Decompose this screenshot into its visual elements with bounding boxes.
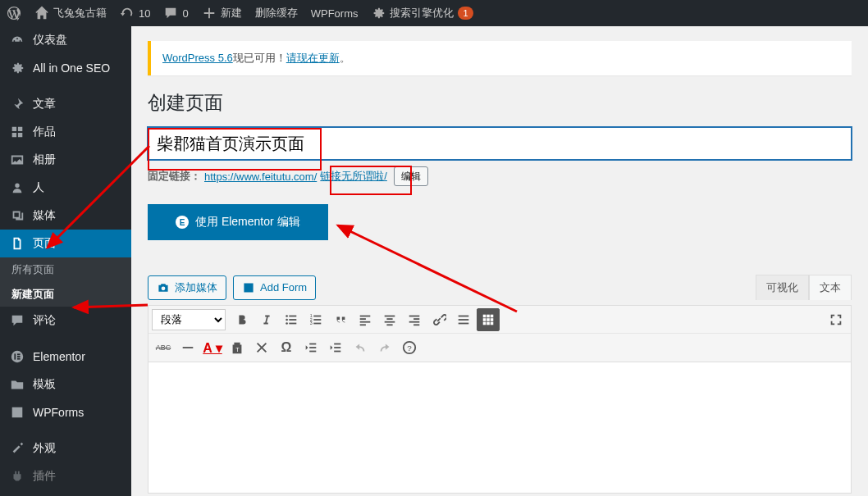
bullet-list-button[interactable]	[280, 308, 303, 331]
comment-icon	[163, 6, 178, 20]
outdent-button[interactable]	[299, 336, 322, 359]
svg-rect-14	[313, 319, 321, 321]
svg-rect-17	[360, 315, 371, 316]
new-label: 新建	[221, 6, 242, 20]
svg-rect-25	[409, 315, 420, 316]
permalink-base[interactable]: https://www.feitutu.com/	[204, 171, 317, 183]
svg-rect-6	[289, 315, 296, 316]
sidebar-item-appearance[interactable]: 外观	[0, 435, 131, 462]
seo-label: 搜索引擎优化	[390, 6, 454, 20]
svg-rect-45	[309, 351, 316, 353]
svg-rect-1	[14, 353, 16, 359]
help-button[interactable]: ?	[398, 336, 421, 359]
svg-rect-23	[385, 321, 395, 322]
kitchen-sink-button[interactable]	[477, 308, 500, 331]
strikethrough-button[interactable]: ABC	[152, 336, 175, 359]
updates-link[interactable]: 10	[113, 0, 157, 26]
sidebar-item-people[interactable]: 人	[0, 174, 131, 202]
svg-rect-40	[491, 321, 494, 325]
svg-rect-46	[334, 344, 340, 345]
sidebar-item-dashboard[interactable]: 仪表盘	[0, 26, 131, 54]
form-icon	[242, 281, 255, 294]
new-content[interactable]: 新建	[195, 0, 249, 26]
permalink-edit-button[interactable]: 编辑	[394, 166, 428, 186]
hr-button[interactable]	[176, 336, 199, 359]
italic-button[interactable]	[255, 308, 278, 331]
sidebar-item-comments[interactable]: 评论	[0, 307, 131, 334]
sidebar-item-wpforms[interactable]: WPForms	[0, 398, 131, 426]
svg-rect-36	[487, 318, 490, 321]
svg-rect-20	[360, 324, 366, 325]
svg-rect-39	[487, 321, 490, 325]
svg-rect-12	[313, 315, 321, 316]
edit-with-elementor-button[interactable]: E 使用 Elementor 编辑	[148, 204, 328, 240]
undo-button[interactable]	[349, 336, 372, 359]
svg-rect-31	[459, 322, 469, 324]
tab-visual[interactable]: 可视化	[756, 275, 809, 300]
svg-point-7	[286, 318, 288, 321]
clear-format-button[interactable]	[250, 336, 273, 359]
page-heading: 创建页面	[148, 90, 852, 116]
sidebar-item-aioseo[interactable]: All in One SEO	[0, 54, 131, 82]
format-select[interactable]: 段落	[152, 309, 226, 330]
permalink-slug[interactable]: 链接无所谓啦/	[320, 169, 387, 184]
wp-logo[interactable]	[0, 0, 28, 26]
page-title-input[interactable]	[148, 127, 852, 160]
sidebar-item-pages[interactable]: 页面	[0, 230, 131, 257]
paste-text-button[interactable]: T	[226, 336, 249, 359]
sidebar-item-templates[interactable]: 模板	[0, 371, 131, 398]
sidebar-item-elementor[interactable]: Elementor	[0, 343, 131, 371]
special-char-button[interactable]: Ω	[275, 336, 298, 359]
site-name[interactable]: 飞兔兔古籍	[28, 0, 113, 26]
svg-rect-37	[491, 318, 494, 321]
svg-rect-30	[459, 319, 469, 321]
sidebar-sub-all-pages[interactable]: 所有页面	[0, 257, 131, 282]
comments-link[interactable]: 0	[157, 0, 194, 26]
sidebar-item-posts[interactable]: 文章	[0, 90, 131, 118]
clear-cache[interactable]: 删除缓存	[249, 0, 304, 26]
svg-text:?: ?	[407, 344, 412, 353]
grid-icon	[10, 125, 25, 139]
update-now-link[interactable]: 请现在更新	[286, 52, 340, 64]
svg-rect-3	[17, 356, 21, 357]
seo-top[interactable]: 搜索引擎优化 1	[364, 0, 479, 26]
media-icon	[10, 208, 25, 223]
sidebar-item-plugins[interactable]: 插件	[0, 462, 131, 490]
comments-count: 0	[182, 7, 188, 20]
link-button[interactable]	[427, 308, 450, 331]
svg-rect-33	[487, 314, 490, 317]
wpforms-top[interactable]: WPForms	[304, 0, 365, 26]
blockquote-button[interactable]	[329, 308, 352, 331]
add-form-button[interactable]: Add Form	[233, 275, 316, 300]
sidebar-sub-new-page[interactable]: 新建页面	[0, 282, 131, 307]
wp-version-link[interactable]: WordPress 5.6	[162, 52, 233, 64]
more-button[interactable]	[452, 308, 475, 331]
svg-rect-28	[413, 324, 419, 325]
svg-rect-34	[491, 314, 494, 317]
seo-badge: 1	[458, 7, 473, 20]
editor-content[interactable]	[148, 362, 852, 494]
content-area: WordPress 5.6现已可用！请现在更新。 创建页面 固定链接： http…	[131, 26, 868, 496]
svg-rect-27	[409, 321, 420, 322]
align-center-button[interactable]	[378, 308, 401, 331]
number-list-button[interactable]: 123	[304, 308, 327, 331]
svg-rect-21	[385, 315, 395, 316]
add-media-button[interactable]: 添加媒体	[148, 275, 226, 300]
svg-rect-43	[309, 344, 316, 345]
svg-rect-2	[17, 353, 21, 355]
bold-button[interactable]	[231, 308, 254, 331]
tab-text[interactable]: 文本	[809, 275, 852, 300]
align-right-button[interactable]	[403, 308, 426, 331]
fullscreen-button[interactable]	[825, 308, 847, 331]
svg-rect-16	[313, 322, 321, 324]
sidebar-item-works[interactable]: 作品	[0, 118, 131, 146]
sidebar-item-albums[interactable]: 相册	[0, 146, 131, 174]
svg-rect-47	[334, 347, 340, 348]
svg-text:3: 3	[310, 321, 313, 325]
redo-button[interactable]	[373, 336, 396, 359]
indent-button[interactable]	[324, 336, 347, 359]
text-color-button[interactable]: A ▾	[201, 336, 224, 359]
svg-rect-4	[17, 358, 21, 360]
sidebar-item-media[interactable]: 媒体	[0, 202, 131, 230]
align-left-button[interactable]	[354, 308, 377, 331]
